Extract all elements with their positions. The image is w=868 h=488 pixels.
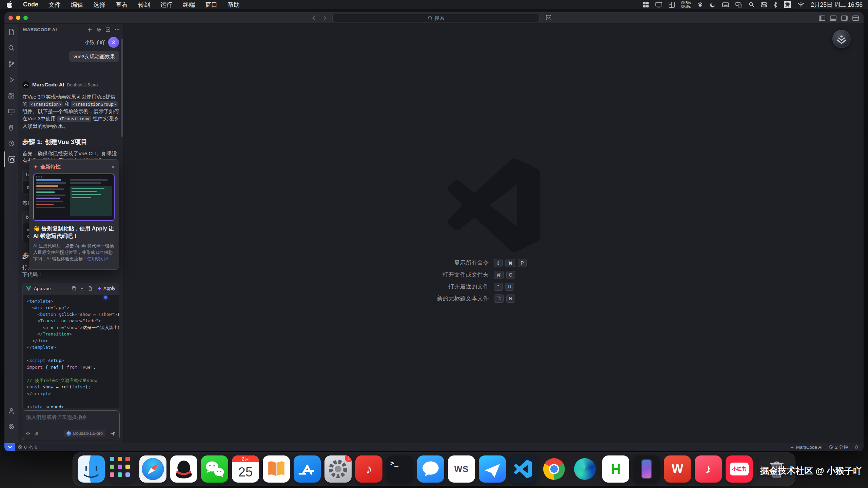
run-debug-icon[interactable] [4,72,18,87]
session-dropdown-icon[interactable] [546,15,552,21]
toggle-secondary-sidebar-icon[interactable] [841,15,848,21]
display-icon[interactable] [655,2,662,8]
toggle-primary-sidebar-icon[interactable] [819,15,825,21]
apply-button[interactable]: Apply [97,286,115,291]
customize-layout-icon[interactable] [852,15,859,21]
hand-view-icon[interactable] [4,120,18,135]
timeline-history-icon[interactable] [4,136,18,151]
screen-mirroring-icon[interactable] [735,2,742,7]
chat-input-box[interactable]: 输入消息或者"/"来选择指令 # Doubao-1.5-pro [22,410,120,440]
menu-item-6[interactable]: 运行 [160,1,173,9]
send-button[interactable] [110,431,116,436]
dock-books[interactable] [263,455,290,483]
dock-feishu[interactable] [479,455,506,483]
new-chat-icon[interactable] [87,27,92,32]
paw-icon[interactable] [697,2,703,8]
context-hash-icon[interactable]: # [35,431,38,436]
menu-item-9[interactable]: 帮助 [228,1,240,9]
user-avatar[interactable] [108,37,119,48]
usage-doc-link[interactable]: 使用说明↗ [87,256,108,261]
dock-appstore[interactable] [294,455,321,483]
search-view-icon[interactable] [4,40,18,56]
toggle-panel-icon[interactable] [830,15,836,21]
apple-menu-icon[interactable] [7,1,13,8]
chat-scrollbar[interactable] [121,39,123,137]
moon-icon[interactable] [710,2,716,8]
dock-finder[interactable] [78,455,105,483]
new-file-icon[interactable] [88,286,93,291]
bluetooth-icon[interactable] [773,2,777,8]
dock-safari[interactable] [139,455,166,483]
problems-indicator[interactable]: 0 0 [18,445,37,450]
dock-vscode[interactable] [510,455,537,483]
dock-wps[interactable]: WS [448,455,475,483]
wifi-icon[interactable] [797,2,804,7]
copy-code-icon[interactable] [72,286,76,291]
code-line: <style scoped> [27,404,115,408]
menu-item-8[interactable]: 窗口 [205,1,217,9]
menu-item-4[interactable]: 查看 [116,1,128,9]
net-speed-indicator[interactable]: 0KB/s 0KB/s [681,1,691,8]
menu-item-3[interactable]: 选择 [93,1,105,9]
shortcut-label: 显示所有命令 [348,259,494,267]
accounts-icon[interactable] [4,403,18,419]
minimize-window-button[interactable] [16,16,20,20]
grid-icon[interactable] [643,2,649,8]
spotlight-icon[interactable] [749,2,754,7]
explorer-icon[interactable] [4,24,18,40]
window-manager-icon[interactable] [669,2,675,8]
panel-header: MARSCODE AI [18,24,123,35]
dock-terminal[interactable]: >_ [386,455,413,483]
more-actions-icon[interactable] [115,27,120,32]
settings-gear-icon[interactable] [4,419,18,434]
dock-iphone-mirroring[interactable] [633,455,660,483]
menu-item-7[interactable]: 终端 [183,1,195,9]
control-center-icon[interactable] [761,2,767,7]
extensions-icon[interactable] [4,88,18,103]
input-method-icon[interactable]: 拼 [784,1,791,8]
title-bar[interactable]: 搜索 [4,12,864,24]
menu-item-1[interactable]: 文件 [48,1,61,9]
menu-app-name[interactable]: Code [23,1,38,8]
notifications-bell-icon[interactable] [854,445,859,450]
open-in-editor-icon[interactable] [105,27,111,32]
keycap: O [506,271,515,279]
dock-xiaohongshu[interactable]: 小红书 [726,455,753,483]
dock-chrome[interactable] [540,455,568,483]
dock-system-settings[interactable]: 1 [324,455,352,483]
menu-item-5[interactable]: 转到 [138,1,150,9]
remote-indicator[interactable]: >< [4,443,15,451]
user-message-bubble: vue3实现动画效果 [69,51,119,62]
dock-edge[interactable] [571,455,598,483]
marscode-view-icon[interactable] [4,151,18,167]
close-window-button[interactable] [8,16,13,20]
insert-code-icon[interactable] [80,286,84,291]
dock-launchpad[interactable] [108,455,136,483]
model-selector[interactable]: Doubao-1.5-pro [64,430,105,437]
dock-apple-music[interactable]: ♪ [695,455,722,483]
juejin-desktop-badge[interactable] [832,30,851,48]
nav-forward-icon[interactable] [322,15,328,21]
dock-calendar[interactable]: 2月25 [232,455,259,483]
remote-explorer-icon[interactable] [4,104,18,119]
command-center-search[interactable]: 搜索 [332,14,540,22]
dock-qq[interactable] [170,455,197,483]
dock-qq-chat[interactable] [417,455,444,483]
dock-hbuilder[interactable]: H [602,455,629,483]
chat-settings-icon[interactable] [96,27,101,32]
nav-back-icon[interactable] [311,15,317,21]
menu-clock[interactable]: 2月25日 周二 16:56 [811,1,863,9]
statusbar-timer[interactable]: 2 分钟 [829,444,848,450]
dock-netease-music[interactable]: ♪ [355,455,382,483]
feature-description: AI 生成代码后，点击 Apply 将代码一键插入目标文件的预期位置，并形成 D… [33,243,115,262]
dock-wps-writer[interactable]: W [664,455,691,483]
feature-popup: 全新特性 × [29,159,119,270]
dock-wechat[interactable] [201,455,228,483]
statusbar-marscode[interactable]: MarsCode AI [790,445,823,450]
keyboard-icon[interactable] [722,2,729,7]
maximize-window-button[interactable] [23,16,28,20]
menu-item-2[interactable]: 编辑 [71,1,83,9]
commands-sparkle-icon[interactable] [25,431,31,436]
source-control-icon[interactable] [4,56,18,72]
popup-close-icon[interactable]: × [111,164,115,170]
